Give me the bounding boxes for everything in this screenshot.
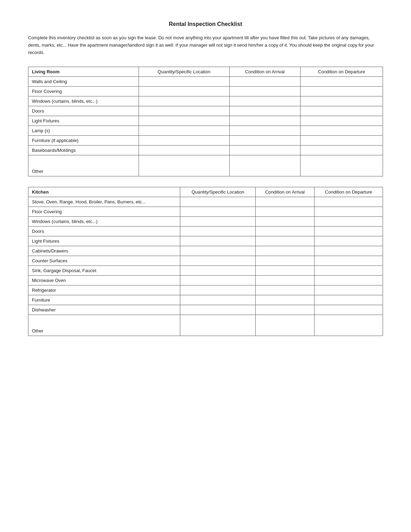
table-row: Windows (curtains, blinds, etc...) xyxy=(28,217,383,227)
list-item: Microwave Oven xyxy=(28,276,180,285)
arrival-cell xyxy=(256,227,315,236)
departure-cell xyxy=(300,116,383,126)
list-item: Refrigerator xyxy=(28,285,180,295)
list-item: Baseboards/Moldings xyxy=(28,146,139,155)
list-item: Light Fixtures xyxy=(28,236,180,246)
arrival-header-1: Condition on Arrival xyxy=(229,67,300,77)
departure-cell xyxy=(314,266,383,276)
departure-header-2: Condition on Departure xyxy=(314,187,383,197)
list-item: Doors xyxy=(28,227,180,236)
kitchen-table: Kitchen Quantity/Specific Location Condi… xyxy=(28,187,383,336)
list-item: Dishwasher xyxy=(28,305,180,315)
list-item: Other xyxy=(28,315,180,336)
table-row: Other xyxy=(28,155,383,176)
list-item: Light Fixtures xyxy=(28,116,139,126)
qty-cell xyxy=(180,315,256,336)
table-row: Other xyxy=(28,315,383,336)
table-row: Baseboards/Moldings xyxy=(28,146,383,155)
qty-cell xyxy=(139,116,229,126)
arrival-cell xyxy=(229,155,300,176)
arrival-cell xyxy=(229,87,300,96)
qty-cell xyxy=(139,96,229,106)
arrival-cell xyxy=(229,146,300,155)
list-item: Counter Surfaces xyxy=(28,256,180,266)
qty-cell xyxy=(180,227,256,236)
qty-cell xyxy=(180,295,256,305)
departure-cell xyxy=(300,77,383,87)
list-item: Floor Covering xyxy=(28,87,139,96)
departure-cell xyxy=(314,256,383,266)
arrival-cell xyxy=(256,285,315,295)
departure-cell xyxy=(314,276,383,285)
departure-cell xyxy=(300,155,383,176)
arrival-cell xyxy=(256,236,315,246)
table-row: Floor Covering xyxy=(28,87,383,96)
list-item: Other xyxy=(28,155,139,176)
arrival-cell xyxy=(256,276,315,285)
departure-cell xyxy=(314,227,383,236)
arrival-cell xyxy=(256,315,315,336)
departure-cell xyxy=(314,295,383,305)
list-item: Windows (curtains, blinds, etc...) xyxy=(28,217,180,227)
intro-text: Complete this inventory checklist as soo… xyxy=(28,34,383,56)
qty-header-1: Quantity/Specific Location xyxy=(139,67,229,77)
qty-cell xyxy=(180,207,256,217)
arrival-cell xyxy=(229,136,300,146)
living-room-label: Living Room xyxy=(28,67,139,77)
qty-cell xyxy=(180,266,256,276)
departure-cell xyxy=(314,236,383,246)
list-item: Furniture (if applicable) xyxy=(28,136,139,146)
qty-cell xyxy=(139,136,229,146)
arrival-cell xyxy=(229,77,300,87)
qty-cell xyxy=(139,77,229,87)
departure-cell xyxy=(314,285,383,295)
table-row: Light Fixtures xyxy=(28,236,383,246)
arrival-cell xyxy=(256,246,315,256)
living-room-table: Living Room Quantity/Specific Location C… xyxy=(28,67,383,176)
departure-cell xyxy=(314,217,383,227)
list-item: Lamp (s) xyxy=(28,126,139,136)
departure-cell xyxy=(314,315,383,336)
qty-cell xyxy=(139,146,229,155)
qty-cell xyxy=(180,305,256,315)
arrival-cell xyxy=(229,106,300,116)
departure-cell xyxy=(300,106,383,116)
list-item: Walls and Ceiling xyxy=(28,77,139,87)
arrival-cell xyxy=(256,197,315,207)
table-row: Dishwasher xyxy=(28,305,383,315)
qty-header-2: Quantity/Specific Location xyxy=(180,187,256,197)
table-row: Furniture xyxy=(28,295,383,305)
table-row: Doors xyxy=(28,106,383,116)
table-row: Floor Covering xyxy=(28,207,383,217)
table-row: Doors xyxy=(28,227,383,236)
qty-cell xyxy=(139,87,229,96)
table-row: Stove, Oven, Range, Hood, Broiler, Pans,… xyxy=(28,197,383,207)
qty-cell xyxy=(180,236,256,246)
arrival-header-2: Condition on Arrival xyxy=(256,187,315,197)
departure-cell xyxy=(314,246,383,256)
kitchen-section: Kitchen Quantity/Specific Location Condi… xyxy=(28,187,383,336)
arrival-cell xyxy=(256,207,315,217)
departure-cell xyxy=(300,87,383,96)
qty-cell xyxy=(180,246,256,256)
list-item: Sink, Gargage Disposal, Faucet xyxy=(28,266,180,276)
qty-cell xyxy=(180,256,256,266)
table-row: Light Fixtures xyxy=(28,116,383,126)
departure-header-1: Condition on Departure xyxy=(300,67,383,77)
list-item: Doors xyxy=(28,106,139,116)
departure-cell xyxy=(314,207,383,217)
qty-cell xyxy=(139,106,229,116)
departure-cell xyxy=(300,146,383,155)
arrival-cell xyxy=(256,295,315,305)
table-row: Sink, Gargage Disposal, Faucet xyxy=(28,266,383,276)
qty-cell xyxy=(180,285,256,295)
table-row: Cabinets/Drawers xyxy=(28,246,383,256)
arrival-cell xyxy=(256,217,315,227)
arrival-cell xyxy=(229,116,300,126)
table-row: Refrigerator xyxy=(28,285,383,295)
arrival-cell xyxy=(256,256,315,266)
table-row: Counter Surfaces xyxy=(28,256,383,266)
kitchen-label: Kitchen xyxy=(28,187,180,197)
table-row: Lamp (s) xyxy=(28,126,383,136)
qty-cell xyxy=(139,155,229,176)
